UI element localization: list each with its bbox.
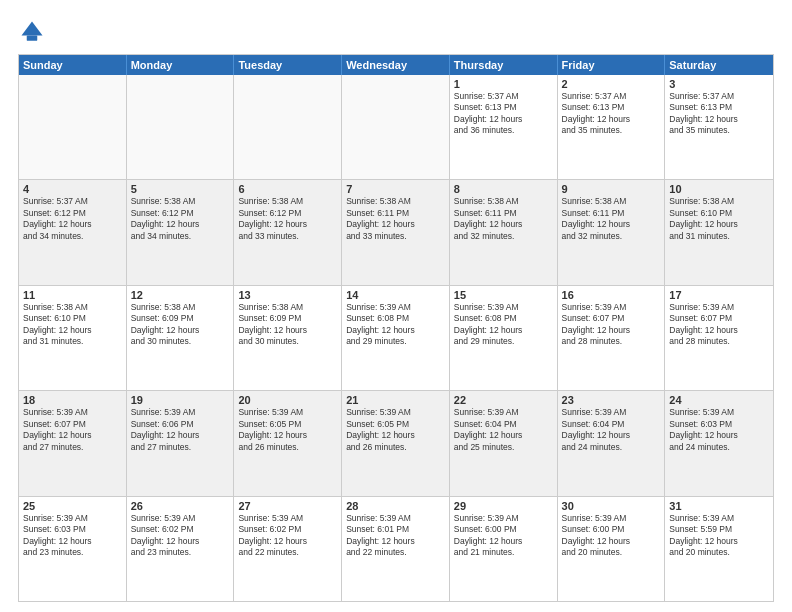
day-number: 31 [669, 500, 769, 512]
empty-cell [127, 75, 235, 179]
day-cell-8: 8Sunrise: 5:38 AM Sunset: 6:11 PM Daylig… [450, 180, 558, 284]
day-cell-26: 26Sunrise: 5:39 AM Sunset: 6:02 PM Dayli… [127, 497, 235, 601]
header-day-monday: Monday [127, 55, 235, 75]
day-number: 18 [23, 394, 122, 406]
header [18, 18, 774, 46]
svg-marker-0 [22, 22, 43, 36]
day-number: 5 [131, 183, 230, 195]
day-cell-23: 23Sunrise: 5:39 AM Sunset: 6:04 PM Dayli… [558, 391, 666, 495]
day-number: 17 [669, 289, 769, 301]
day-number: 2 [562, 78, 661, 90]
header-day-friday: Friday [558, 55, 666, 75]
empty-cell [234, 75, 342, 179]
day-cell-2: 2Sunrise: 5:37 AM Sunset: 6:13 PM Daylig… [558, 75, 666, 179]
day-info: Sunrise: 5:39 AM Sunset: 6:07 PM Dayligh… [669, 302, 769, 348]
day-cell-3: 3Sunrise: 5:37 AM Sunset: 6:13 PM Daylig… [665, 75, 773, 179]
calendar: SundayMondayTuesdayWednesdayThursdayFrid… [18, 54, 774, 602]
day-info: Sunrise: 5:39 AM Sunset: 5:59 PM Dayligh… [669, 513, 769, 559]
day-number: 26 [131, 500, 230, 512]
day-cell-27: 27Sunrise: 5:39 AM Sunset: 6:02 PM Dayli… [234, 497, 342, 601]
day-cell-29: 29Sunrise: 5:39 AM Sunset: 6:00 PM Dayli… [450, 497, 558, 601]
day-number: 12 [131, 289, 230, 301]
day-number: 11 [23, 289, 122, 301]
day-info: Sunrise: 5:39 AM Sunset: 6:05 PM Dayligh… [346, 407, 445, 453]
day-number: 29 [454, 500, 553, 512]
day-number: 21 [346, 394, 445, 406]
day-info: Sunrise: 5:39 AM Sunset: 6:02 PM Dayligh… [238, 513, 337, 559]
header-day-sunday: Sunday [19, 55, 127, 75]
day-cell-25: 25Sunrise: 5:39 AM Sunset: 6:03 PM Dayli… [19, 497, 127, 601]
header-day-wednesday: Wednesday [342, 55, 450, 75]
day-info: Sunrise: 5:37 AM Sunset: 6:13 PM Dayligh… [562, 91, 661, 137]
day-cell-1: 1Sunrise: 5:37 AM Sunset: 6:13 PM Daylig… [450, 75, 558, 179]
day-number: 9 [562, 183, 661, 195]
day-info: Sunrise: 5:38 AM Sunset: 6:09 PM Dayligh… [131, 302, 230, 348]
empty-cell [342, 75, 450, 179]
day-cell-4: 4Sunrise: 5:37 AM Sunset: 6:12 PM Daylig… [19, 180, 127, 284]
day-number: 27 [238, 500, 337, 512]
day-cell-16: 16Sunrise: 5:39 AM Sunset: 6:07 PM Dayli… [558, 286, 666, 390]
day-info: Sunrise: 5:38 AM Sunset: 6:12 PM Dayligh… [131, 196, 230, 242]
day-info: Sunrise: 5:39 AM Sunset: 6:04 PM Dayligh… [454, 407, 553, 453]
logo [18, 18, 50, 46]
calendar-row-4: 25Sunrise: 5:39 AM Sunset: 6:03 PM Dayli… [19, 497, 773, 601]
day-number: 23 [562, 394, 661, 406]
day-number: 6 [238, 183, 337, 195]
day-info: Sunrise: 5:39 AM Sunset: 6:08 PM Dayligh… [454, 302, 553, 348]
day-cell-24: 24Sunrise: 5:39 AM Sunset: 6:03 PM Dayli… [665, 391, 773, 495]
logo-icon [18, 18, 46, 46]
day-cell-10: 10Sunrise: 5:38 AM Sunset: 6:10 PM Dayli… [665, 180, 773, 284]
day-info: Sunrise: 5:39 AM Sunset: 6:00 PM Dayligh… [454, 513, 553, 559]
day-cell-22: 22Sunrise: 5:39 AM Sunset: 6:04 PM Dayli… [450, 391, 558, 495]
day-number: 3 [669, 78, 769, 90]
day-info: Sunrise: 5:37 AM Sunset: 6:13 PM Dayligh… [454, 91, 553, 137]
day-cell-20: 20Sunrise: 5:39 AM Sunset: 6:05 PM Dayli… [234, 391, 342, 495]
day-cell-17: 17Sunrise: 5:39 AM Sunset: 6:07 PM Dayli… [665, 286, 773, 390]
day-cell-13: 13Sunrise: 5:38 AM Sunset: 6:09 PM Dayli… [234, 286, 342, 390]
day-info: Sunrise: 5:38 AM Sunset: 6:09 PM Dayligh… [238, 302, 337, 348]
day-number: 28 [346, 500, 445, 512]
day-cell-7: 7Sunrise: 5:38 AM Sunset: 6:11 PM Daylig… [342, 180, 450, 284]
day-cell-18: 18Sunrise: 5:39 AM Sunset: 6:07 PM Dayli… [19, 391, 127, 495]
day-number: 4 [23, 183, 122, 195]
day-info: Sunrise: 5:39 AM Sunset: 6:02 PM Dayligh… [131, 513, 230, 559]
empty-cell [19, 75, 127, 179]
svg-rect-1 [27, 36, 38, 41]
day-info: Sunrise: 5:39 AM Sunset: 6:07 PM Dayligh… [23, 407, 122, 453]
day-cell-9: 9Sunrise: 5:38 AM Sunset: 6:11 PM Daylig… [558, 180, 666, 284]
header-day-thursday: Thursday [450, 55, 558, 75]
day-cell-12: 12Sunrise: 5:38 AM Sunset: 6:09 PM Dayli… [127, 286, 235, 390]
day-info: Sunrise: 5:38 AM Sunset: 6:11 PM Dayligh… [454, 196, 553, 242]
calendar-row-0: 1Sunrise: 5:37 AM Sunset: 6:13 PM Daylig… [19, 75, 773, 180]
day-info: Sunrise: 5:39 AM Sunset: 6:00 PM Dayligh… [562, 513, 661, 559]
day-cell-31: 31Sunrise: 5:39 AM Sunset: 5:59 PM Dayli… [665, 497, 773, 601]
calendar-body: 1Sunrise: 5:37 AM Sunset: 6:13 PM Daylig… [19, 75, 773, 601]
day-number: 20 [238, 394, 337, 406]
day-info: Sunrise: 5:39 AM Sunset: 6:05 PM Dayligh… [238, 407, 337, 453]
day-number: 8 [454, 183, 553, 195]
day-cell-19: 19Sunrise: 5:39 AM Sunset: 6:06 PM Dayli… [127, 391, 235, 495]
day-info: Sunrise: 5:38 AM Sunset: 6:11 PM Dayligh… [346, 196, 445, 242]
day-number: 19 [131, 394, 230, 406]
day-number: 24 [669, 394, 769, 406]
day-number: 22 [454, 394, 553, 406]
day-number: 15 [454, 289, 553, 301]
day-number: 10 [669, 183, 769, 195]
calendar-row-3: 18Sunrise: 5:39 AM Sunset: 6:07 PM Dayli… [19, 391, 773, 496]
calendar-row-2: 11Sunrise: 5:38 AM Sunset: 6:10 PM Dayli… [19, 286, 773, 391]
day-info: Sunrise: 5:37 AM Sunset: 6:12 PM Dayligh… [23, 196, 122, 242]
day-info: Sunrise: 5:38 AM Sunset: 6:10 PM Dayligh… [669, 196, 769, 242]
page: SundayMondayTuesdayWednesdayThursdayFrid… [0, 0, 792, 612]
day-info: Sunrise: 5:39 AM Sunset: 6:03 PM Dayligh… [23, 513, 122, 559]
day-info: Sunrise: 5:39 AM Sunset: 6:03 PM Dayligh… [669, 407, 769, 453]
day-cell-30: 30Sunrise: 5:39 AM Sunset: 6:00 PM Dayli… [558, 497, 666, 601]
day-info: Sunrise: 5:39 AM Sunset: 6:08 PM Dayligh… [346, 302, 445, 348]
day-cell-21: 21Sunrise: 5:39 AM Sunset: 6:05 PM Dayli… [342, 391, 450, 495]
day-cell-14: 14Sunrise: 5:39 AM Sunset: 6:08 PM Dayli… [342, 286, 450, 390]
day-info: Sunrise: 5:39 AM Sunset: 6:07 PM Dayligh… [562, 302, 661, 348]
day-info: Sunrise: 5:39 AM Sunset: 6:04 PM Dayligh… [562, 407, 661, 453]
calendar-header: SundayMondayTuesdayWednesdayThursdayFrid… [19, 55, 773, 75]
day-info: Sunrise: 5:38 AM Sunset: 6:12 PM Dayligh… [238, 196, 337, 242]
day-cell-11: 11Sunrise: 5:38 AM Sunset: 6:10 PM Dayli… [19, 286, 127, 390]
calendar-row-1: 4Sunrise: 5:37 AM Sunset: 6:12 PM Daylig… [19, 180, 773, 285]
